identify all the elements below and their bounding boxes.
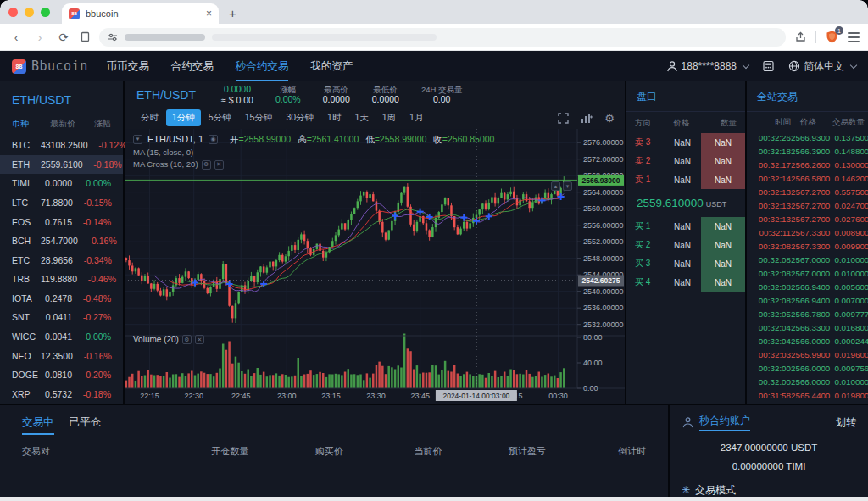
positions-tab[interactable]: 已平仓 [70, 415, 102, 435]
fullscreen-icon[interactable] [558, 113, 569, 124]
market-row[interactable]: EOS0.7615-0.14% [0, 212, 123, 231]
site-favicon: 88 [69, 8, 80, 19]
zoom-window-button[interactable] [41, 8, 50, 17]
interval-button[interactable]: 1周 [376, 109, 402, 126]
trade-row: 00:32:082567.00000.010000 [755, 267, 865, 281]
high-label: 最高价 [324, 85, 348, 95]
minimize-window-button[interactable] [25, 8, 34, 17]
coin-price: 43108.2500 [41, 140, 96, 150]
pane-up-icon[interactable]: ▴ [551, 181, 560, 191]
low-label: 最低价 [374, 85, 398, 95]
nav-item[interactable]: 币币交易 [107, 51, 149, 81]
volume-label: 24H 交易量 [421, 85, 463, 95]
nav-item[interactable]: 秒合约交易 [236, 51, 289, 81]
interval-button[interactable]: 1时 [321, 109, 347, 126]
interval-button[interactable]: 15分钟 [239, 109, 279, 126]
interval-button[interactable]: 1月 [403, 109, 429, 126]
collapse-legend-icon[interactable]: ▾ [133, 135, 142, 144]
market-row[interactable]: IOTA0.2478-0.48% [0, 289, 123, 309]
trade-row: 00:31:582565.44000.019800 [755, 388, 865, 402]
svg-text:23:45: 23:45 [410, 392, 430, 400]
ask-row: 卖 3NaNNaN [626, 133, 745, 152]
positions-tab[interactable]: 交易中 [22, 415, 54, 435]
market-row[interactable]: ETH2559.6100-0.18% [0, 155, 123, 175]
market-row[interactable]: BCH254.7000-0.16% [0, 231, 123, 251]
interval-button[interactable]: 分时 [135, 109, 164, 126]
coin-price: 0.7615 [41, 217, 81, 227]
account-title[interactable]: 秒合约账户 [699, 414, 750, 431]
ticker-bar: ETH/USDT 0.0000≈ $ 0.00 涨幅0.00% 最高价0.000… [125, 81, 625, 107]
tune-icon[interactable] [108, 32, 118, 42]
trade-row: 00:32:052566.78000.009777 [755, 307, 865, 320]
ask-qty: NaN [701, 152, 745, 170]
legend-eye-icon[interactable]: ◉ [209, 135, 218, 144]
ma-settings-icon[interactable]: ⚙ [202, 160, 211, 170]
market-row[interactable]: XRP0.5732-0.18% [0, 385, 123, 404]
address-bar[interactable] [99, 28, 786, 47]
ticker-price: 0.0000 [224, 84, 251, 95]
shield-icon[interactable]: 1 [825, 30, 839, 44]
ticker-low: 0.0000 [372, 94, 399, 105]
interval-button[interactable]: 1分钟 [166, 109, 201, 126]
trade-time: 00:32:00 [755, 364, 791, 373]
transfer-link[interactable]: 划转 [836, 415, 856, 430]
interval-button[interactable]: 5分钟 [203, 109, 237, 126]
trade-row: 00:32:042566.00000.000244 [755, 334, 865, 348]
vol-settings-icon[interactable]: ⚙ [182, 335, 192, 344]
window-controls[interactable] [8, 0, 50, 24]
trade-row: 00:32:002566.00000.010000 [755, 375, 865, 388]
market-row[interactable]: BTC43108.2500-0.12% [0, 136, 123, 155]
market-row[interactable]: DOGE0.0810-0.20% [0, 365, 123, 385]
market-row[interactable]: TRB119.8880-0.46% [0, 270, 123, 289]
indicator-icon[interactable] [581, 113, 593, 124]
language-menu[interactable]: 简体中文 [788, 59, 856, 74]
market-row[interactable]: ETC28.9656-0.34% [0, 250, 123, 270]
close-tab-icon[interactable]: × [206, 8, 212, 19]
vol-remove-icon[interactable]: ✕ [195, 335, 204, 344]
trade-qty: 0.016800 [830, 323, 868, 332]
trade-price: 2567.0000 [791, 255, 830, 264]
trade-time: 00:32:08 [755, 255, 791, 264]
trade-row: 00:32:172566.26000.130000 [755, 159, 865, 172]
close-window-button[interactable] [8, 8, 18, 17]
market-row[interactable]: WICC0.00410.00% [0, 327, 123, 347]
interval-button[interactable]: 30分钟 [280, 109, 320, 126]
bookmark-icon[interactable] [80, 31, 91, 42]
chart-panel: ETH/USDT 0.0000≈ $ 0.00 涨幅0.00% 最高价0.000… [125, 81, 625, 404]
market-row[interactable]: NEO12.3500-0.16% [0, 346, 123, 365]
reload-icon[interactable]: ⟳ [56, 31, 71, 44]
settings-gear-icon[interactable]: ⚙ [604, 112, 615, 125]
pair-title: ETH/USDT [0, 88, 123, 115]
coin-change: -0.20% [81, 370, 111, 380]
back-icon[interactable]: ‹ [8, 31, 24, 44]
trade-qty: 0.010000 [830, 377, 868, 387]
candlestick-chart[interactable]: ▾ ETH/USDT, 1 ◉ 开=2558.99000高=2561.41000… [125, 129, 625, 404]
bid-qty: NaN [701, 236, 745, 254]
calculator-icon[interactable] [762, 60, 775, 72]
brand-name: Bbucoin [31, 58, 88, 74]
ma-remove-icon[interactable]: ✕ [214, 160, 224, 170]
ohlc-label: 开 [230, 134, 239, 144]
coin-change: -0.18% [81, 389, 111, 399]
svg-text:2540.00000: 2540.00000 [583, 287, 624, 296]
nav-item[interactable]: 我的资产 [310, 51, 353, 81]
new-tab-button[interactable]: + [229, 6, 236, 20]
nav-item[interactable]: 合约交易 [171, 51, 214, 81]
pane-down-icon[interactable]: ▾ [563, 181, 572, 191]
market-row[interactable]: TIMI0.00000.00% [0, 174, 123, 193]
menu-icon[interactable] [848, 32, 860, 42]
forward-icon[interactable]: › [32, 31, 47, 44]
svg-text:0.00: 0.00 [583, 384, 598, 392]
user-account-menu[interactable]: 188****8888 [666, 60, 748, 72]
brand[interactable]: 88 Bbucoin [12, 58, 88, 74]
trade-time: 00:32:04 [755, 337, 791, 346]
svg-text:40.00: 40.00 [583, 359, 603, 367]
interval-button[interactable]: 1天 [348, 109, 374, 126]
share-icon[interactable] [794, 31, 807, 43]
ask-qty: NaN [701, 133, 745, 152]
ohlc-value: =2558.99000 [239, 134, 292, 144]
market-row[interactable]: SNT0.0411-0.27% [0, 308, 123, 327]
coin-symbol: WICC [12, 331, 41, 342]
browser-tab[interactable]: 88 bbucoin × [62, 3, 219, 24]
market-row[interactable]: LTC71.8800-0.15% [0, 193, 123, 213]
